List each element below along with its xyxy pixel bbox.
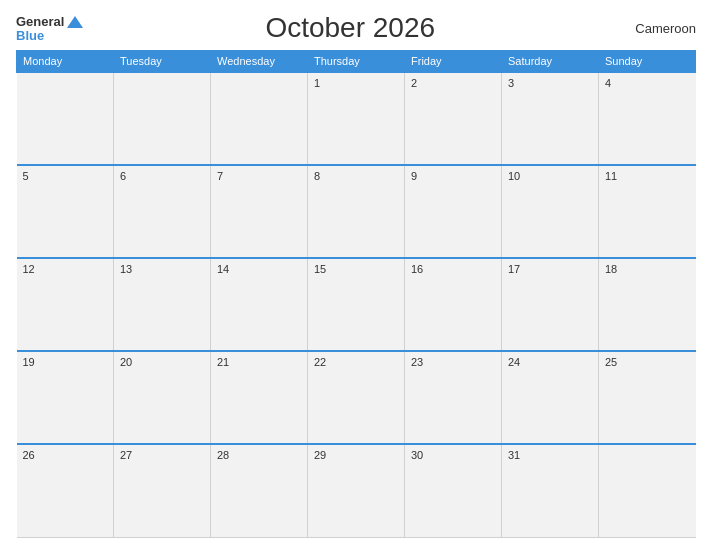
day-number: 23	[411, 356, 423, 368]
day-number: 1	[314, 77, 320, 89]
day-number: 21	[217, 356, 229, 368]
calendar-cell: 16	[405, 258, 502, 351]
calendar-cell: 17	[502, 258, 599, 351]
weekday-header-sunday: Sunday	[599, 51, 696, 73]
day-number: 4	[605, 77, 611, 89]
calendar-week-row: 12131415161718	[17, 258, 696, 351]
calendar-cell: 15	[308, 258, 405, 351]
day-number: 7	[217, 170, 223, 182]
calendar-cell	[599, 444, 696, 537]
calendar-cell: 29	[308, 444, 405, 537]
calendar-cell: 22	[308, 351, 405, 444]
day-number: 13	[120, 263, 132, 275]
calendar-week-row: 1234	[17, 72, 696, 165]
header: General Blue October 2026 Cameroon	[16, 12, 696, 44]
logo-flag-icon	[66, 15, 84, 29]
calendar-week-row: 19202122232425	[17, 351, 696, 444]
day-number: 27	[120, 449, 132, 461]
calendar-cell: 8	[308, 165, 405, 258]
calendar-cell: 25	[599, 351, 696, 444]
day-number: 9	[411, 170, 417, 182]
day-number: 22	[314, 356, 326, 368]
calendar-page: General Blue October 2026 Cameroon Monda…	[0, 0, 712, 550]
day-number: 6	[120, 170, 126, 182]
calendar-cell: 10	[502, 165, 599, 258]
calendar-cell: 24	[502, 351, 599, 444]
day-number: 10	[508, 170, 520, 182]
weekday-header-wednesday: Wednesday	[211, 51, 308, 73]
calendar-cell	[17, 72, 114, 165]
country-label: Cameroon	[616, 21, 696, 36]
day-number: 17	[508, 263, 520, 275]
day-number: 25	[605, 356, 617, 368]
calendar-cell: 2	[405, 72, 502, 165]
day-number: 30	[411, 449, 423, 461]
calendar-cell: 23	[405, 351, 502, 444]
weekday-header-friday: Friday	[405, 51, 502, 73]
logo-general-text: General	[16, 15, 64, 28]
day-number: 8	[314, 170, 320, 182]
weekday-header-thursday: Thursday	[308, 51, 405, 73]
svg-marker-0	[67, 16, 83, 28]
weekday-header-saturday: Saturday	[502, 51, 599, 73]
calendar-table: MondayTuesdayWednesdayThursdayFridaySatu…	[16, 50, 696, 538]
calendar-cell: 14	[211, 258, 308, 351]
calendar-title: October 2026	[84, 12, 616, 44]
day-number: 28	[217, 449, 229, 461]
calendar-cell	[114, 72, 211, 165]
calendar-cell: 5	[17, 165, 114, 258]
calendar-cell: 12	[17, 258, 114, 351]
day-number: 11	[605, 170, 617, 182]
logo: General Blue	[16, 15, 84, 42]
calendar-cell: 3	[502, 72, 599, 165]
day-number: 3	[508, 77, 514, 89]
calendar-cell: 27	[114, 444, 211, 537]
weekday-header-monday: Monday	[17, 51, 114, 73]
calendar-cell: 28	[211, 444, 308, 537]
day-number: 18	[605, 263, 617, 275]
calendar-cell: 18	[599, 258, 696, 351]
calendar-cell: 4	[599, 72, 696, 165]
calendar-week-row: 262728293031	[17, 444, 696, 537]
logo-blue-text: Blue	[16, 29, 44, 42]
day-number: 2	[411, 77, 417, 89]
day-number: 31	[508, 449, 520, 461]
day-number: 15	[314, 263, 326, 275]
calendar-cell	[211, 72, 308, 165]
day-number: 24	[508, 356, 520, 368]
day-number: 26	[23, 449, 35, 461]
calendar-cell: 7	[211, 165, 308, 258]
weekday-header-row: MondayTuesdayWednesdayThursdayFridaySatu…	[17, 51, 696, 73]
calendar-cell: 21	[211, 351, 308, 444]
calendar-cell: 6	[114, 165, 211, 258]
day-number: 29	[314, 449, 326, 461]
calendar-cell: 9	[405, 165, 502, 258]
day-number: 19	[23, 356, 35, 368]
calendar-cell: 1	[308, 72, 405, 165]
day-number: 16	[411, 263, 423, 275]
calendar-cell: 13	[114, 258, 211, 351]
day-number: 20	[120, 356, 132, 368]
calendar-cell: 20	[114, 351, 211, 444]
calendar-cell: 11	[599, 165, 696, 258]
calendar-cell: 31	[502, 444, 599, 537]
weekday-header-tuesday: Tuesday	[114, 51, 211, 73]
day-number: 12	[23, 263, 35, 275]
calendar-week-row: 567891011	[17, 165, 696, 258]
calendar-cell: 30	[405, 444, 502, 537]
day-number: 5	[23, 170, 29, 182]
calendar-cell: 19	[17, 351, 114, 444]
day-number: 14	[217, 263, 229, 275]
calendar-cell: 26	[17, 444, 114, 537]
